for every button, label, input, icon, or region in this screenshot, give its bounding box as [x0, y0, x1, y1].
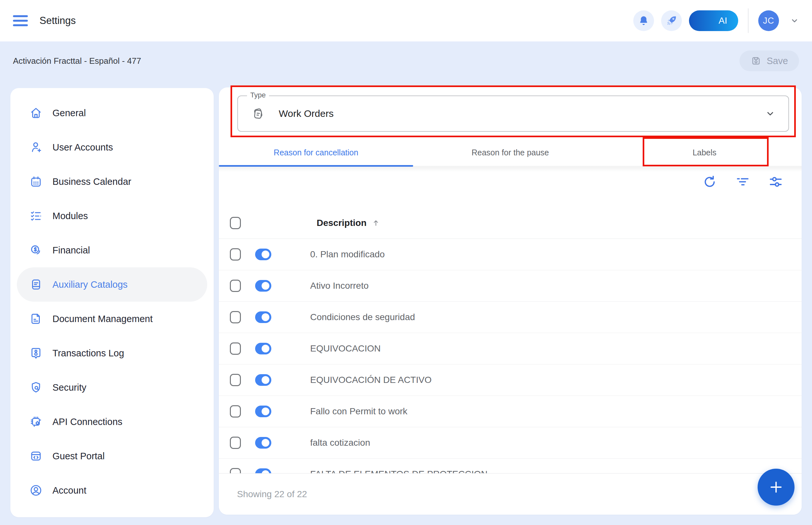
user-add-icon — [29, 140, 43, 154]
sidebar-item-auxiliary-catalogs[interactable]: Auxiliary Catalogs — [17, 267, 207, 302]
topbar: Settings AI JC — [0, 0, 812, 42]
sliders-icon[interactable] — [768, 174, 783, 190]
home-icon — [29, 106, 43, 120]
enabled-toggle[interactable] — [255, 311, 271, 323]
tab-labels[interactable]: Labels — [607, 139, 802, 166]
type-select[interactable]: Type Work Orders — [237, 95, 789, 132]
enabled-toggle[interactable] — [255, 343, 271, 355]
topbar-divider — [748, 9, 749, 33]
table-rows: 0. Plan modificado Ativo Incorreto Condi… — [219, 239, 802, 473]
row-checkbox[interactable] — [230, 280, 241, 292]
enabled-toggle[interactable] — [255, 437, 271, 449]
enabled-toggle[interactable] — [255, 406, 271, 417]
chip-icon — [29, 415, 43, 429]
chevron-down-icon — [765, 108, 776, 119]
refresh-icon[interactable] — [702, 174, 718, 190]
table-toolbar — [702, 174, 783, 190]
row-description: Condiciones de seguridad — [310, 312, 415, 322]
description-column-header[interactable]: Description — [316, 218, 380, 228]
row-checkbox[interactable] — [230, 405, 241, 418]
whats-new-button[interactable] — [661, 10, 682, 31]
rocket-icon — [665, 15, 678, 27]
type-select-annotation-box: Type Work Orders — [231, 86, 796, 137]
sidebar-item-modules[interactable]: Modules — [17, 199, 207, 233]
table-header-row: Description — [219, 207, 802, 239]
enabled-toggle[interactable] — [255, 249, 271, 260]
ai-assistant-button[interactable]: AI — [689, 10, 738, 31]
sidebar-item-label: Financial — [53, 245, 90, 256]
row-checkbox[interactable] — [230, 343, 241, 355]
floppy-disk-icon — [751, 55, 762, 66]
table-row: Fallo con Permit to work — [219, 396, 802, 427]
sidebar-item-label: Modules — [53, 211, 88, 221]
row-checkbox[interactable] — [230, 468, 241, 473]
tab-reason-for-cancellation[interactable]: Reason for cancellation — [219, 139, 413, 166]
save-button[interactable]: Save — [739, 50, 799, 71]
avatar-initials: JC — [763, 16, 774, 26]
sidebar-item-label: Auxiliary Catalogs — [53, 279, 128, 290]
bell-icon — [638, 15, 649, 27]
type-select-value: Work Orders — [279, 108, 334, 119]
row-description: FALTA DE ELEMENTOS DE PROTECCION — [310, 469, 488, 473]
sidebar-item-label: Account — [53, 485, 86, 496]
type-field-label: Type — [247, 91, 269, 99]
sidebar-item-label: Document Management — [53, 314, 153, 324]
sort-ascending-arrow-icon — [372, 219, 380, 227]
page-header: Activación Fracttal - Español - 477 Save — [0, 42, 812, 80]
sidebar-item-api-connections[interactable]: API Connections — [17, 405, 207, 439]
user-menu-chevron-down-icon[interactable] — [790, 16, 799, 25]
select-all-checkbox[interactable] — [230, 217, 241, 229]
table-row: 0. Plan modificado — [219, 239, 802, 270]
enabled-toggle[interactable] — [255, 280, 271, 291]
document-icon — [29, 312, 43, 326]
filter-icon[interactable] — [735, 174, 751, 190]
plus-icon — [768, 479, 784, 496]
person-circle-icon — [29, 483, 43, 497]
sidebar-item-security[interactable]: Security — [17, 370, 207, 405]
sidebar-item-label: API Connections — [53, 417, 122, 427]
add-item-fab-button[interactable] — [758, 469, 795, 506]
row-checkbox[interactable] — [230, 248, 241, 260]
shield-icon — [29, 381, 43, 394]
sidebar-item-guest-portal[interactable]: Guest Portal — [17, 439, 207, 473]
tab-reason-for-the-pause[interactable]: Reason for the pause — [413, 139, 607, 166]
save-button-label: Save — [767, 56, 788, 66]
enabled-toggle[interactable] — [255, 468, 271, 473]
menu-hamburger-icon[interactable] — [13, 15, 28, 26]
tab-label: Reason for the pause — [471, 148, 549, 157]
tabs-shadow — [219, 167, 802, 172]
sidebar-item-document-management[interactable]: Document Management — [17, 302, 207, 336]
sidebar-item-label: General — [53, 108, 86, 118]
sidebar-item-account[interactable]: Account — [17, 473, 207, 508]
table-row: Condiciones de seguridad — [219, 302, 802, 333]
breadcrumb: Activación Fracttal - Español - 477 — [13, 56, 141, 66]
settings-sidebar: General User Accounts Business Calendar … — [10, 88, 214, 517]
sidebar-item-transactions-log[interactable]: Transactions Log — [17, 336, 207, 370]
table-row: FALTA DE ELEMENTOS DE PROTECCION — [219, 459, 802, 473]
table-row: EQUIVOCACIÓN DE ACTIVO — [219, 364, 802, 396]
table-row: EQUIVOCACION — [219, 333, 802, 364]
sidebar-item-financial[interactable]: Financial — [17, 233, 207, 267]
row-checkbox[interactable] — [230, 311, 241, 323]
sidebar-item-business-calendar[interactable]: Business Calendar — [17, 164, 207, 199]
sidebar-item-general[interactable]: General — [17, 96, 207, 130]
row-description: falta cotizacion — [310, 438, 370, 448]
notifications-button[interactable] — [633, 10, 654, 31]
row-description: EQUIVOCACIÓN DE ACTIVO — [310, 375, 431, 385]
tab-label: Labels — [693, 148, 717, 157]
sidebar-item-label: Business Calendar — [53, 176, 131, 187]
checklist-icon — [29, 209, 43, 223]
enabled-toggle[interactable] — [255, 374, 271, 386]
coin-dollar-icon — [29, 243, 43, 257]
row-description: Ativo Incorreto — [310, 281, 369, 291]
tab-label: Reason for cancellation — [274, 148, 358, 157]
browser-code-icon — [29, 449, 43, 463]
sidebar-item-label: Security — [53, 382, 86, 393]
row-checkbox[interactable] — [230, 437, 241, 449]
row-checkbox[interactable] — [230, 374, 241, 386]
topbar-actions: AI JC — [633, 9, 799, 33]
user-avatar[interactable]: JC — [758, 10, 779, 31]
table-footer: Showing 22 of 22 — [219, 473, 802, 515]
sidebar-item-user-accounts[interactable]: User Accounts — [17, 130, 207, 164]
row-description: 0. Plan modificado — [310, 249, 385, 259]
